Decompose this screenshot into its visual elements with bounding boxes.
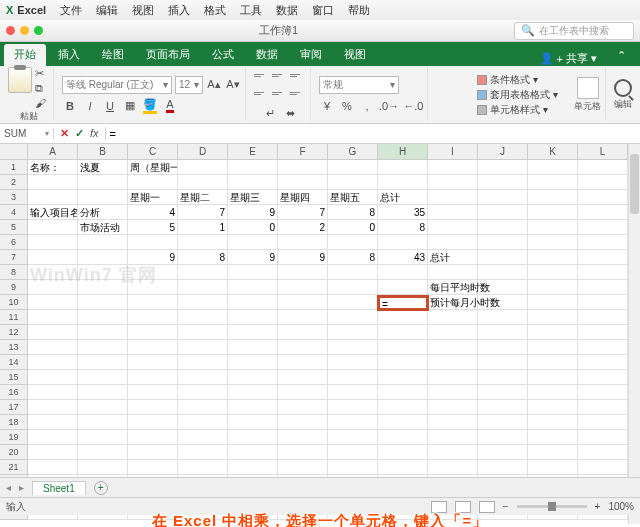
cell[interactable] <box>128 460 178 475</box>
cell[interactable] <box>378 280 428 295</box>
cell[interactable] <box>28 310 78 325</box>
cell[interactable] <box>428 385 478 400</box>
cell[interactable]: 周（星期一） <box>128 160 178 175</box>
vertical-scrollbar[interactable] <box>628 144 640 524</box>
cell[interactable] <box>128 340 178 355</box>
cell[interactable] <box>278 280 328 295</box>
cell[interactable] <box>528 385 578 400</box>
menu-help[interactable]: 帮助 <box>348 3 370 18</box>
cell[interactable] <box>378 310 428 325</box>
cell[interactable] <box>128 385 178 400</box>
cell[interactable] <box>478 220 528 235</box>
cell[interactable] <box>128 325 178 340</box>
percent-button[interactable]: % <box>339 98 355 114</box>
cell[interactable] <box>28 445 78 460</box>
cell[interactable] <box>128 295 178 310</box>
cell[interactable] <box>328 340 378 355</box>
menu-edit[interactable]: 编辑 <box>96 3 118 18</box>
row-header[interactable]: 21 <box>0 460 28 475</box>
cell[interactable] <box>428 430 478 445</box>
cell[interactable] <box>478 430 528 445</box>
cell[interactable] <box>528 415 578 430</box>
copy-button[interactable]: ⧉ <box>35 82 49 94</box>
row-header[interactable]: 14 <box>0 355 28 370</box>
cell[interactable] <box>228 445 278 460</box>
cell[interactable] <box>28 340 78 355</box>
cell[interactable] <box>428 220 478 235</box>
cell[interactable]: 星期三 <box>228 190 278 205</box>
cell[interactable] <box>428 415 478 430</box>
cell[interactable] <box>578 175 628 190</box>
cell[interactable]: 9 <box>128 250 178 265</box>
cell[interactable] <box>478 445 528 460</box>
cell[interactable] <box>578 340 628 355</box>
cell[interactable] <box>328 265 378 280</box>
cell[interactable] <box>128 235 178 250</box>
col-header[interactable]: F <box>278 144 328 159</box>
cell[interactable]: 名称： <box>28 160 78 175</box>
cell[interactable] <box>528 220 578 235</box>
align-bottom-button[interactable] <box>290 68 306 84</box>
cell[interactable] <box>528 190 578 205</box>
cell[interactable] <box>28 235 78 250</box>
cell[interactable] <box>328 310 378 325</box>
cell[interactable] <box>328 235 378 250</box>
cell[interactable] <box>578 250 628 265</box>
cell[interactable] <box>328 430 378 445</box>
cell[interactable] <box>578 415 628 430</box>
cell[interactable] <box>278 370 328 385</box>
cell[interactable] <box>528 235 578 250</box>
cell[interactable] <box>278 460 328 475</box>
cell[interactable] <box>478 160 528 175</box>
cell[interactable] <box>378 175 428 190</box>
cell[interactable] <box>528 205 578 220</box>
cell[interactable] <box>78 175 128 190</box>
cell[interactable] <box>228 400 278 415</box>
cell[interactable]: 8 <box>328 205 378 220</box>
cell[interactable]: 9 <box>278 250 328 265</box>
zoom-slider[interactable] <box>517 505 587 508</box>
tab-data[interactable]: 数据 <box>246 44 288 66</box>
maximize-window-button[interactable] <box>34 26 43 35</box>
cell[interactable] <box>328 445 378 460</box>
conditional-format-button[interactable]: 条件格式▾ <box>477 73 538 87</box>
cell[interactable] <box>178 385 228 400</box>
cell[interactable] <box>528 280 578 295</box>
cell[interactable] <box>278 295 328 310</box>
cell[interactable] <box>178 445 228 460</box>
cell[interactable] <box>328 415 378 430</box>
cell[interactable] <box>428 460 478 475</box>
select-all-corner[interactable] <box>0 144 28 159</box>
cut-button[interactable]: ✂ <box>35 67 49 79</box>
cell[interactable] <box>228 460 278 475</box>
tab-draw[interactable]: 绘图 <box>92 44 134 66</box>
cell[interactable] <box>28 370 78 385</box>
cell[interactable] <box>328 160 378 175</box>
cell[interactable] <box>328 370 378 385</box>
cell[interactable] <box>178 430 228 445</box>
cell[interactable] <box>78 370 128 385</box>
cell[interactable] <box>178 400 228 415</box>
cell[interactable] <box>178 340 228 355</box>
cell[interactable] <box>478 235 528 250</box>
cell[interactable]: 8 <box>328 250 378 265</box>
menu-data[interactable]: 数据 <box>276 3 298 18</box>
cell[interactable] <box>478 190 528 205</box>
cell[interactable] <box>478 310 528 325</box>
cell[interactable] <box>78 310 128 325</box>
share-button[interactable]: 👤+共享▾ <box>532 51 605 66</box>
cell[interactable]: 1 <box>178 220 228 235</box>
cell[interactable] <box>128 265 178 280</box>
cell[interactable] <box>128 280 178 295</box>
cell[interactable] <box>478 460 528 475</box>
cell[interactable] <box>78 325 128 340</box>
cell[interactable] <box>578 205 628 220</box>
menu-window[interactable]: 窗口 <box>312 3 334 18</box>
cell[interactable] <box>78 235 128 250</box>
cell[interactable]: 浅夏 <box>78 160 128 175</box>
cell[interactable] <box>28 250 78 265</box>
cell[interactable] <box>28 175 78 190</box>
cell[interactable] <box>128 430 178 445</box>
cell[interactable] <box>278 445 328 460</box>
cell[interactable] <box>528 340 578 355</box>
